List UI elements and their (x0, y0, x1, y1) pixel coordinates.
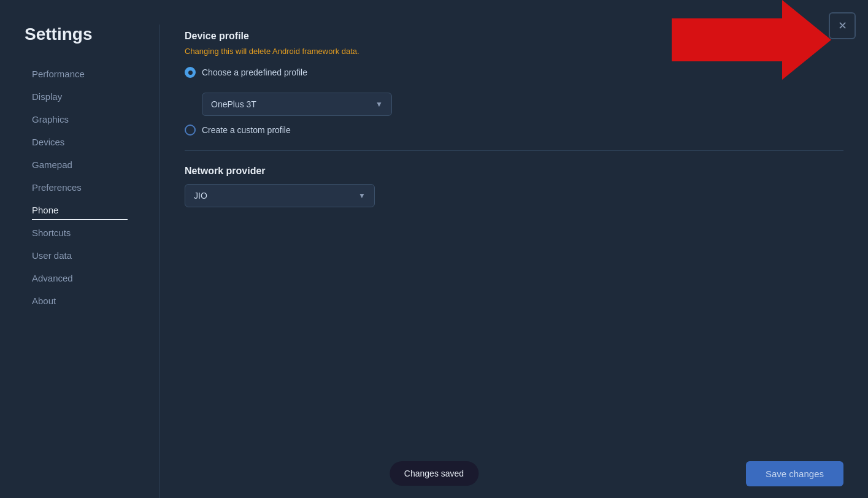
network-provider-section: Network provider JIO ▼ (185, 166, 843, 207)
sidebar-item-performance[interactable]: Performance (25, 63, 135, 85)
sidebar-item-display[interactable]: Display (25, 85, 135, 108)
sidebar: Settings Performance Display Graphics De… (0, 25, 135, 498)
settings-container: Settings Performance Display Graphics De… (0, 0, 868, 498)
close-button[interactable]: ✕ (829, 12, 856, 39)
network-provider-label: Network provider (185, 166, 843, 177)
page-title: Settings (25, 25, 135, 44)
device-profile-label: Device profile (185, 31, 843, 42)
sidebar-item-advanced[interactable]: Advanced (25, 267, 135, 289)
main-content: Device profile Changing this will delete… (185, 25, 868, 498)
section-separator (185, 150, 843, 151)
network-provider-dropdown[interactable]: JIO ▼ (185, 184, 375, 207)
radio-predefined-label: Choose a predefined profile (202, 67, 307, 77)
radio-predefined-input[interactable] (185, 67, 196, 78)
changes-saved-toast: Changes saved (390, 461, 478, 486)
predefined-profile-dropdown[interactable]: OnePlus 3T ▼ (202, 93, 392, 116)
radio-custom-input[interactable] (185, 124, 196, 136)
bottom-bar: Changes saved Save changes (0, 449, 868, 498)
save-changes-button[interactable]: Save changes (746, 461, 843, 486)
sidebar-item-user-data[interactable]: User data (25, 244, 135, 267)
predefined-profile-value: OnePlus 3T (211, 99, 256, 109)
sidebar-item-preferences[interactable]: Preferences (25, 176, 135, 199)
device-profile-section: Device profile Changing this will delete… (185, 31, 843, 136)
sidebar-item-gamepad[interactable]: Gamepad (25, 153, 135, 176)
network-provider-value: JIO (194, 191, 207, 201)
network-dropdown-wrapper: JIO ▼ (185, 184, 843, 207)
radio-group: Choose a predefined profile OnePlus 3T ▼… (185, 67, 843, 136)
sidebar-item-shortcuts[interactable]: Shortcuts (25, 221, 135, 244)
predefined-dropdown-arrow: ▼ (375, 100, 383, 109)
sidebar-item-graphics[interactable]: Graphics (25, 108, 135, 131)
sidebar-item-phone[interactable]: Phone (25, 199, 135, 221)
sidebar-item-about[interactable]: About (25, 289, 135, 312)
sidebar-divider (159, 25, 160, 498)
radio-custom-option[interactable]: Create a custom profile (185, 124, 843, 136)
radio-predefined-option[interactable]: Choose a predefined profile (185, 67, 843, 78)
device-profile-warning: Changing this will delete Android framew… (185, 47, 843, 56)
nav-list: Performance Display Graphics Devices Gam… (25, 63, 135, 312)
network-dropdown-arrow: ▼ (358, 191, 366, 200)
sidebar-item-devices[interactable]: Devices (25, 131, 135, 153)
predefined-dropdown-wrapper: OnePlus 3T ▼ (202, 93, 843, 116)
radio-custom-label: Create a custom profile (202, 125, 291, 135)
